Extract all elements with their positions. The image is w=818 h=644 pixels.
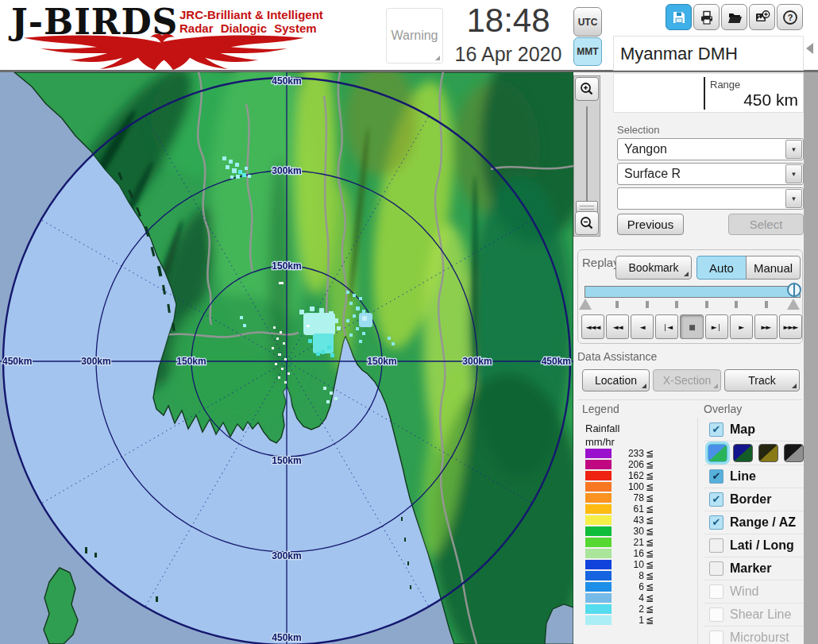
checkbox-icon[interactable] bbox=[709, 584, 723, 599]
print-icon bbox=[699, 10, 715, 25]
play-reverse-button[interactable]: ◄ bbox=[631, 314, 654, 339]
legend-entry: 1≦ bbox=[585, 615, 654, 626]
menu-corner-icon bbox=[642, 384, 646, 388]
checkbox-icon[interactable] bbox=[709, 607, 723, 622]
checkbox-icon[interactable]: ✔ bbox=[709, 492, 723, 507]
bookmark-button[interactable]: Bookmark bbox=[615, 256, 692, 280]
legend-value: 78 bbox=[612, 492, 646, 503]
step-forward-button[interactable]: ►❘ bbox=[705, 314, 728, 339]
legend-lte-sign: ≦ bbox=[646, 570, 654, 581]
legend-value: 233 bbox=[612, 448, 646, 459]
chevron-down-icon[interactable]: ▼ bbox=[785, 164, 802, 183]
fast-forward-button[interactable]: ►► bbox=[754, 314, 777, 339]
overlay-item-marker[interactable]: Marker bbox=[704, 557, 804, 580]
replay-manual-button[interactable]: Manual bbox=[746, 256, 801, 280]
legend-entry: 206≦ bbox=[585, 459, 654, 470]
replay-slider-handle[interactable] bbox=[787, 283, 801, 297]
radar-map-view[interactable]: 450km 300km 150km 150km 300km 450km 450k… bbox=[0, 72, 573, 644]
legend-lte-sign: ≦ bbox=[646, 481, 654, 492]
ring-label: 150km bbox=[367, 356, 396, 367]
playback-controls: ◄◄◄◄◄◄❘◄■►❘►►►►►► bbox=[581, 314, 802, 339]
open-folder-button[interactable] bbox=[721, 4, 747, 30]
chevron-down-icon[interactable]: ▼ bbox=[785, 189, 802, 208]
checkbox-icon[interactable]: ✔ bbox=[709, 422, 723, 437]
map-style-swatch-2[interactable] bbox=[733, 444, 753, 462]
legend-value: 2 bbox=[612, 604, 646, 615]
site-dropdown[interactable]: Yangon ▼ bbox=[617, 138, 804, 160]
extra-dropdown[interactable]: ▼ bbox=[617, 187, 804, 210]
checkbox-icon[interactable]: ✔ bbox=[709, 469, 723, 484]
overlay-item-map[interactable]: ✔Map bbox=[704, 418, 804, 442]
skip-to-start-button[interactable]: ◄◄◄ bbox=[581, 314, 604, 339]
x-section-label: X-Section bbox=[663, 374, 712, 387]
column-divider bbox=[697, 418, 698, 644]
station-title-box: Myanmar DMH bbox=[613, 36, 804, 71]
overlay-item-border[interactable]: ✔Border bbox=[704, 488, 804, 511]
timezone-mmt-button[interactable]: MMT bbox=[573, 37, 602, 66]
product-dropdown[interactable]: Surface R ▼ bbox=[617, 163, 804, 185]
map-style-swatch-4[interactable] bbox=[784, 444, 804, 462]
legend-lte-sign: ≦ bbox=[646, 515, 654, 526]
legend-value: 162 bbox=[612, 470, 646, 481]
map-style-swatch-1[interactable] bbox=[708, 444, 727, 462]
step-back-button[interactable]: ❘◄ bbox=[655, 314, 678, 339]
play-button[interactable]: ► bbox=[730, 314, 753, 339]
fast-rewind-button[interactable]: ◄◄ bbox=[606, 314, 629, 339]
eagle-icon bbox=[8, 32, 314, 70]
overlay-item-shear-line[interactable]: Shear Line bbox=[704, 604, 804, 627]
checkbox-icon[interactable] bbox=[709, 538, 723, 553]
legend-lte-sign: ≦ bbox=[646, 459, 654, 470]
legend-label: Legend bbox=[582, 403, 619, 415]
slider-tick bbox=[735, 301, 738, 308]
slider-tick bbox=[765, 301, 768, 308]
slider-end-marker[interactable] bbox=[787, 299, 800, 310]
zoom-slider-track[interactable] bbox=[586, 106, 588, 203]
legend-value: 16 bbox=[612, 548, 646, 559]
checkbox-icon[interactable]: ✔ bbox=[709, 515, 723, 530]
legend-value: 61 bbox=[612, 503, 646, 515]
save-button[interactable] bbox=[666, 4, 692, 30]
replay-auto-button[interactable]: Auto bbox=[696, 256, 747, 280]
warning-button[interactable]: Warning bbox=[386, 8, 443, 64]
legend-entry: 61≦ bbox=[585, 503, 654, 515]
overlay-item-line[interactable]: ✔Line bbox=[704, 465, 804, 488]
overlay-item-label: Wind bbox=[730, 584, 758, 599]
x-section-button[interactable]: X-Section bbox=[653, 369, 721, 391]
checkbox-icon[interactable] bbox=[709, 561, 723, 576]
collapse-left-icon[interactable] bbox=[806, 43, 813, 54]
select-button[interactable]: Select bbox=[728, 214, 804, 235]
print-button[interactable] bbox=[693, 4, 720, 30]
legend-lte-sign: ≦ bbox=[646, 592, 654, 604]
replay-label: Replay bbox=[582, 256, 619, 269]
overlay-item-microburst[interactable]: Microburst bbox=[704, 627, 804, 644]
range-value: 450 km bbox=[743, 91, 798, 110]
help-button[interactable]: ? bbox=[777, 4, 803, 30]
overlay-item-range-az[interactable]: ✔Range / AZ bbox=[704, 511, 804, 534]
snapshot-button[interactable] bbox=[749, 4, 775, 30]
map-style-swatch-3[interactable] bbox=[758, 444, 778, 462]
zoom-out-button[interactable] bbox=[575, 211, 599, 235]
location-button[interactable]: Location bbox=[582, 369, 650, 391]
legend-lte-sign: ≦ bbox=[646, 470, 654, 481]
chevron-down-icon[interactable]: ▼ bbox=[785, 140, 802, 159]
legend-entry: 21≦ bbox=[585, 537, 654, 548]
ring-label: 150km bbox=[272, 260, 301, 272]
overlay-item-wind[interactable]: Wind bbox=[704, 580, 804, 604]
replay-slider-fill bbox=[585, 287, 800, 297]
snapshot-icon bbox=[754, 10, 770, 25]
skip-to-end-button[interactable]: ►►► bbox=[779, 314, 802, 339]
previous-button[interactable]: Previous bbox=[617, 214, 684, 235]
slider-start-marker[interactable] bbox=[579, 299, 592, 310]
overlay-item-lati-long[interactable]: Lati / Long bbox=[704, 534, 804, 557]
legend-title: Rainfall bbox=[585, 422, 619, 434]
replay-slider-track[interactable] bbox=[585, 286, 801, 298]
checkbox-icon[interactable] bbox=[709, 631, 723, 644]
zoom-in-button[interactable] bbox=[575, 77, 599, 101]
selection-label: Selection bbox=[617, 124, 659, 136]
overlay-item-label: Line bbox=[730, 469, 756, 484]
stop-button[interactable]: ■ bbox=[680, 314, 703, 339]
track-button[interactable]: Track bbox=[724, 369, 800, 391]
timezone-utc-button[interactable]: UTC bbox=[573, 7, 602, 37]
ring-label: 450km bbox=[272, 75, 301, 87]
clock-date: 16 Apr 2020 bbox=[442, 43, 575, 67]
